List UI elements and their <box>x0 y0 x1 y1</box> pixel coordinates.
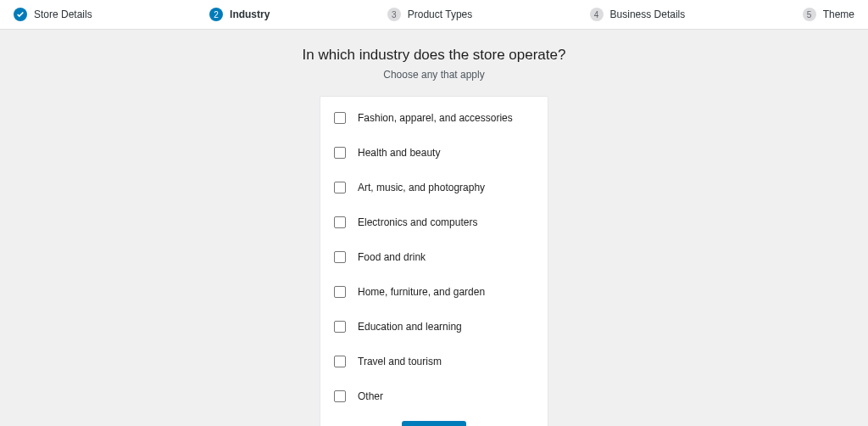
continue-button[interactable]: Continue <box>402 421 466 426</box>
industry-label: Education and learning <box>358 321 462 333</box>
industry-option[interactable]: Other <box>334 390 534 402</box>
content: In which industry does the store operate… <box>0 30 868 426</box>
checkbox[interactable] <box>334 182 346 193</box>
industry-label: Home, furniture, and garden <box>358 286 485 298</box>
checkbox[interactable] <box>334 251 346 263</box>
checkbox[interactable] <box>334 390 346 402</box>
step-label: Product Types <box>408 8 473 20</box>
industry-option[interactable]: Fashion, apparel, and accessories <box>334 112 534 124</box>
industry-option[interactable]: Electronics and computers <box>334 216 534 228</box>
continue-row: Continue <box>334 421 534 426</box>
industry-label: Other <box>358 390 383 402</box>
step-number-icon: 3 <box>387 8 401 21</box>
industry-label: Health and beauty <box>358 147 440 159</box>
step-number-icon: 2 <box>209 8 223 21</box>
step-business-details[interactable]: 4 Business Details <box>590 8 686 21</box>
industry-label: Fashion, apparel, and accessories <box>358 112 513 124</box>
page-title: In which industry does the store operate… <box>303 47 566 64</box>
industry-label: Art, music, and photography <box>358 182 485 193</box>
step-label: Industry <box>230 8 270 20</box>
step-label: Theme <box>823 8 854 20</box>
step-theme[interactable]: 5 Theme <box>803 8 854 21</box>
step-industry[interactable]: 2 Industry <box>209 8 270 21</box>
industry-option[interactable]: Education and learning <box>334 321 534 333</box>
industry-card: Fashion, apparel, and accessories Health… <box>320 96 548 426</box>
checkbox[interactable] <box>334 286 346 298</box>
industry-option[interactable]: Travel and tourism <box>334 356 534 367</box>
step-label: Business Details <box>610 8 686 20</box>
checkbox[interactable] <box>334 147 346 159</box>
industry-label: Travel and tourism <box>358 356 442 367</box>
industry-label: Food and drink <box>358 251 426 263</box>
industry-option[interactable]: Art, music, and photography <box>334 182 534 193</box>
step-store-details[interactable]: Store Details <box>14 8 92 21</box>
checkbox[interactable] <box>334 321 346 333</box>
page-subtitle: Choose any that apply <box>383 69 484 81</box>
stepper: Store Details 2 Industry 3 Product Types… <box>0 0 868 30</box>
checkbox[interactable] <box>334 112 346 124</box>
step-number-icon: 4 <box>590 8 604 21</box>
industry-option[interactable]: Home, furniture, and garden <box>334 286 534 298</box>
check-icon <box>14 8 27 21</box>
step-label: Store Details <box>34 8 92 20</box>
step-product-types[interactable]: 3 Product Types <box>387 8 473 21</box>
industry-option[interactable]: Food and drink <box>334 251 534 263</box>
industry-label: Electronics and computers <box>358 216 477 228</box>
checkbox[interactable] <box>334 356 346 367</box>
step-number-icon: 5 <box>803 8 816 21</box>
checkbox[interactable] <box>334 216 346 228</box>
industry-option[interactable]: Health and beauty <box>334 147 534 159</box>
